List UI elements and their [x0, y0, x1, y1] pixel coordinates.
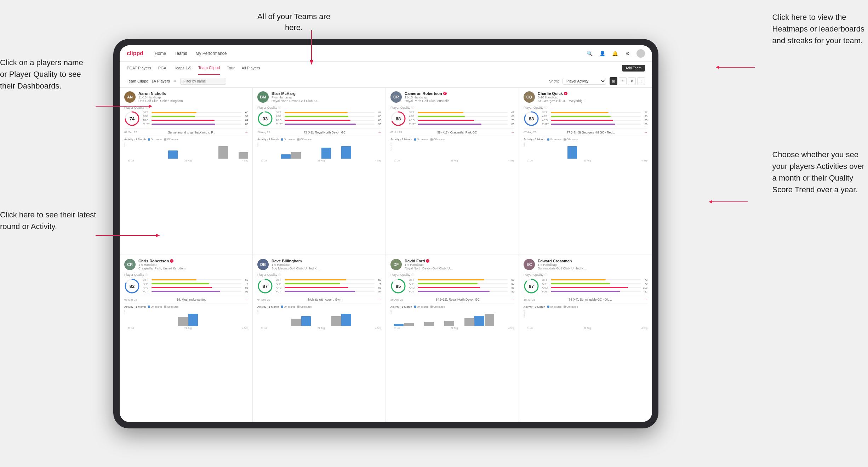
quality-content[interactable]: 87 OTT 73 APP 79 ARG 103 PUTT 92: [524, 278, 647, 294]
latest-round[interactable]: 04 Sep 23 Mobility with coach, Gym →: [257, 296, 381, 303]
player-name[interactable]: Chris Robertson ✓: [138, 259, 248, 263]
player-card[interactable]: DF David Ford ✓ 1-5 Handicap Royal North…: [386, 255, 519, 422]
latest-round[interactable]: 02 Sep 23 Sunset round to get back into …: [124, 129, 248, 136]
latest-round[interactable]: 26 Aug 23 73 (+1), Royal North Devon GC …: [257, 129, 381, 136]
tab-pga[interactable]: PGA: [158, 62, 166, 75]
quality-section: Player Quality ⓘ 74 OTT 60 APP: [124, 106, 248, 126]
bell-icon[interactable]: 🔔: [611, 50, 619, 57]
nav-icons: 🔍 👤 🔔 ⚙: [586, 49, 645, 58]
activity-section: Activity · 1 Month On course Off course …: [257, 305, 381, 329]
round-arrow-icon[interactable]: →: [644, 298, 647, 302]
player-card[interactable]: CQ Charlie Quick ✓ 6-10 Handicap St. Geo…: [519, 87, 652, 255]
latest-round[interactable]: 05 Mar 23 19, Must make putting →: [124, 296, 248, 303]
latest-round[interactable]: 18 Jul 23 74 (+4), Sunningdale GC - Old.…: [524, 296, 647, 303]
players-grid: AN Aaron Nicholls 11-15 Handicap Drift G…: [120, 87, 652, 422]
player-card[interactable]: BM Blair McHarg Plus Handicap Royal Nort…: [253, 87, 386, 255]
annotation-heatmaps: Click here to view theHeatmaps or leader…: [772, 11, 864, 46]
round-arrow-icon[interactable]: →: [245, 130, 248, 134]
tabbar: PGAT Players PGA Hcaps 1-5 Team Clippd T…: [120, 62, 652, 75]
chart-labels: 31 Jul 21 Aug 4 Sep: [128, 159, 248, 162]
quality-section: Player Quality ⓘ 87 OTT 73 APP: [524, 273, 647, 294]
latest-round-text: Mobility with coach, Gym: [308, 298, 341, 301]
chart-bars: [527, 318, 647, 326]
activity-section: Activity · 1 Month On course Off course …: [124, 138, 248, 162]
ipad-screen: clippd Home Teams My Performance 🔍 👤 🔔 ⚙…: [120, 45, 652, 422]
activity-legend: On course Off course: [281, 306, 312, 308]
quality-label: Player Quality ⓘ: [124, 106, 248, 109]
sort-button[interactable]: ↕: [637, 77, 645, 85]
round-arrow-icon[interactable]: →: [511, 130, 514, 134]
player-name[interactable]: Blair McHarg: [272, 91, 381, 96]
chart-bars: [527, 146, 647, 159]
toolbar-title: Team Clippd | 14 Players: [127, 79, 170, 83]
grid-view-button[interactable]: ⊞: [610, 77, 617, 85]
chart-labels: 31 Jul 21 Aug 4 Sep: [527, 159, 647, 162]
round-arrow-icon[interactable]: →: [378, 130, 381, 134]
quality-content[interactable]: 93 OTT 84 APP 85 ARG 88 PUTT 95: [257, 111, 381, 126]
quality-content[interactable]: 82 OTT 60 APP 77 ARG 81 PUTT 91: [124, 278, 248, 294]
player-card[interactable]: CR Cameron Robertson ✓ 11-15 Handicap Ro…: [386, 87, 519, 255]
chart-labels: 31 Jul 21 Aug 4 Sep: [394, 327, 514, 329]
player-card[interactable]: CR Chris Robertson ✓ 1-5 Handicap Craigm…: [120, 255, 253, 422]
chart-labels: 31 Jul 21 Aug 4 Sep: [394, 159, 514, 162]
player-name[interactable]: Aaron Nicholls: [138, 91, 248, 96]
chart-labels: 31 Jul 21 Aug 4 Sep: [261, 159, 381, 162]
quality-label: Player Quality ⓘ: [390, 273, 514, 277]
player-card[interactable]: AN Aaron Nicholls 11-15 Handicap Drift G…: [120, 87, 253, 255]
svg-marker-23: [716, 66, 719, 69]
tab-all-players[interactable]: All Players: [242, 62, 260, 75]
player-header: CR Chris Robertson ✓ 1-5 Handicap Craigm…: [124, 259, 248, 270]
quality-content[interactable]: 87 OTT 82 APP 74 ARG 85 PUTT 94: [257, 278, 381, 294]
settings-icon[interactable]: ⚙: [624, 50, 632, 57]
player-avatar: CR: [124, 259, 136, 270]
quality-section: Player Quality ⓘ 93 OTT 84 APP: [257, 106, 381, 126]
player-club: Drift Golf Club, United Kingdom: [138, 99, 188, 103]
latest-round[interactable]: 26 Aug 23 84 (+12), Royal North Devon GC…: [390, 296, 514, 303]
person-icon[interactable]: 👤: [598, 50, 606, 57]
activity-select[interactable]: Player Activity Quality Score Trend: [563, 78, 606, 85]
latest-round-text: 77 (+7), St George's Hill GC - Red...: [567, 131, 615, 134]
round-arrow-icon[interactable]: →: [644, 130, 647, 134]
player-header: DF David Ford ✓ 1-5 Handicap Royal North…: [390, 259, 514, 270]
round-arrow-icon[interactable]: →: [511, 298, 514, 302]
player-name[interactable]: Edward Crossman: [538, 259, 647, 263]
avatar[interactable]: [636, 49, 645, 58]
latest-round[interactable]: 02 Jul 23 59 (+17), Craigmillar Park GC …: [390, 129, 514, 136]
nav-home[interactable]: Home: [155, 51, 166, 56]
round-arrow-icon[interactable]: →: [245, 298, 248, 302]
quality-content[interactable]: 85 OTT 89 APP 80 ARG 83 PUTT 96: [390, 278, 514, 294]
quality-content[interactable]: 74 OTT 60 APP 58 ARG 84 PUTT 85: [124, 111, 248, 126]
player-avatar: CR: [390, 91, 402, 103]
tab-tour[interactable]: Tour: [227, 62, 234, 75]
player-name[interactable]: David Ford ✓: [405, 259, 514, 263]
round-arrow-icon[interactable]: →: [378, 298, 381, 302]
search-icon[interactable]: 🔍: [586, 50, 593, 57]
player-name[interactable]: Cameron Robertson ✓: [405, 91, 514, 96]
player-card[interactable]: EC Edward Crossman 1-5 Handicap Sunningd…: [519, 255, 652, 422]
filter-button[interactable]: ▼: [628, 77, 636, 85]
tab-team-clippd[interactable]: Team Clippd: [198, 62, 220, 75]
tab-hcaps[interactable]: Hcaps 1-5: [173, 62, 191, 75]
edit-icon[interactable]: ✏: [173, 79, 177, 84]
player-card[interactable]: DB Dave Billingham 1-5 Handicap Sog Magi…: [253, 255, 386, 422]
player-name[interactable]: Dave Billingham: [272, 259, 381, 263]
list-view-button[interactable]: ≡: [619, 77, 627, 85]
player-info: Edward Crossman 1-5 Handicap Sunningdale…: [538, 259, 647, 270]
player-handicap: 11-15 Handicap: [138, 96, 248, 99]
tab-pgat-players[interactable]: PGAT Players: [127, 62, 151, 75]
nav-teams[interactable]: Teams: [175, 51, 187, 56]
quality-section: Player Quality ⓘ 85 OTT 89 APP: [390, 273, 514, 294]
search-input[interactable]: [180, 78, 226, 85]
quality-content[interactable]: 83 OTT 77 APP 80 ARG 83 PUTT 86: [524, 111, 647, 126]
player-header: EC Edward Crossman 1-5 Handicap Sunningd…: [524, 259, 647, 270]
player-name[interactable]: Charlie Quick ✓: [538, 91, 647, 96]
latest-round[interactable]: 07 Aug 23 77 (+7), St George's Hill GC -…: [524, 129, 647, 136]
quality-content[interactable]: 68 OTT 61 APP 63 ARG 75 PUTT 85: [390, 111, 514, 126]
quality-stats: OTT 77 APP 80 ARG 83 PUTT 86: [542, 111, 647, 126]
player-info: Chris Robertson ✓ 1-5 Handicap Craigmill…: [138, 259, 248, 270]
add-team-button[interactable]: Add Team: [622, 65, 645, 72]
chart-area: 5 4 3 2 31 Jul 21 Aug 4 Sep: [390, 142, 514, 162]
quality-label: Player Quality ⓘ: [257, 273, 381, 277]
toolbar: Team Clippd | 14 Players ✏ Show: Player …: [120, 75, 652, 87]
nav-my-performance[interactable]: My Performance: [195, 51, 227, 56]
